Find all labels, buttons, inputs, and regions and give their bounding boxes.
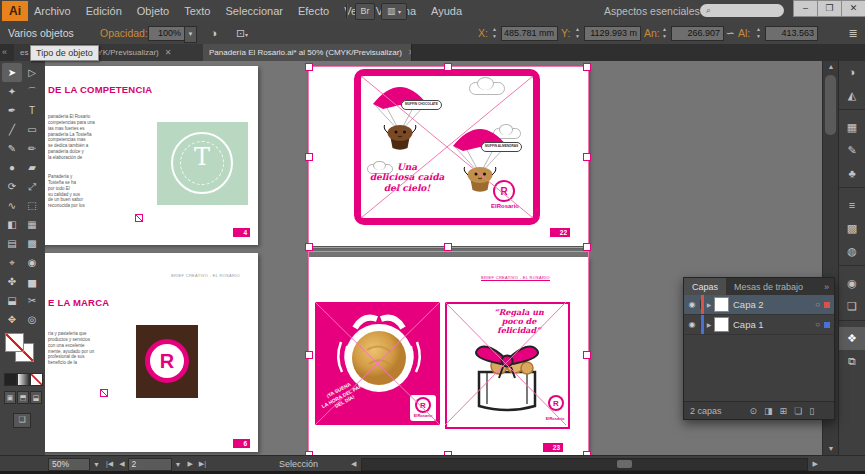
selection-handle[interactable]	[305, 351, 313, 359]
layer-target-icon[interactable]: ○	[815, 300, 820, 309]
tool-width[interactable]: ∿	[2, 196, 22, 215]
visibility-eye-icon[interactable]: ◉	[684, 300, 701, 309]
y-stepper[interactable]: ▲▼	[573, 26, 582, 41]
panel-icon-gradient[interactable]: ▩	[839, 217, 865, 240]
scroll-down-arrow[interactable]: ▼	[823, 443, 839, 455]
tool-eraser[interactable]: ▰	[22, 158, 42, 177]
document-tab-2-active[interactable]: Panadería El Rosario.ai* al 50% (CMYK/Pr…	[203, 44, 412, 61]
tool-rotate[interactable]: ⟳	[2, 177, 22, 196]
selection-handle[interactable]	[583, 243, 591, 251]
layer-target-icon[interactable]: ○	[815, 320, 820, 329]
scroll-right-arrow[interactable]: ▶	[810, 460, 821, 468]
selection-handle[interactable]	[583, 63, 591, 71]
color-mode-button[interactable]	[4, 373, 17, 386]
selection-handle[interactable]	[305, 451, 313, 455]
status-display[interactable]: Selección	[279, 459, 318, 469]
search-input[interactable]: ⌕	[700, 4, 784, 17]
panel-icon-symbols[interactable]: ♣	[839, 162, 865, 185]
new-layer-icon[interactable]: ❏	[794, 406, 802, 416]
x-value-field[interactable]: 485.781 mm	[501, 26, 558, 41]
draw-inside-button[interactable]: ⬓	[30, 391, 42, 404]
menu-objeto[interactable]: Objeto	[137, 5, 169, 17]
menu-edicion[interactable]: Edición	[86, 5, 122, 17]
panel-icon-appearance[interactable]: ◉	[839, 272, 865, 295]
tool-hand[interactable]: ✥	[2, 310, 22, 329]
height-stepper[interactable]: ▲▼	[754, 26, 763, 41]
layer-expand-icon[interactable]: ▶	[704, 321, 714, 328]
tool-perspective-grid[interactable]: ▦	[22, 215, 42, 234]
tab-1-close-icon[interactable]: ✕	[165, 48, 172, 57]
selection-handle[interactable]	[444, 243, 452, 251]
panel-icon-brushes[interactable]: ✎	[839, 139, 865, 162]
scroll-left-arrow[interactable]: ◀	[348, 460, 359, 468]
panel-collapse-icon[interactable]: »	[824, 278, 834, 295]
tool-blend[interactable]: ◉	[22, 253, 42, 272]
panel-menu-icon[interactable]: ≣	[845, 25, 861, 41]
bridge-button[interactable]: Br	[355, 3, 375, 20]
tool-artboard[interactable]: ⬓	[2, 291, 22, 310]
selection-handle[interactable]	[583, 451, 591, 455]
tab-mesas-de-trabajo[interactable]: Mesas de trabajo	[726, 278, 811, 295]
opacity-value-field[interactable]: 100%	[148, 26, 185, 41]
selection-handle[interactable]	[305, 153, 313, 161]
none-mode-button[interactable]	[30, 373, 43, 386]
last-artboard-button[interactable]: ▶|	[196, 460, 209, 468]
artboard-regalo[interactable]: BRIEF CREATIVO - EL ROSARIO ¡YA SUENA LA…	[308, 257, 588, 455]
layer-row-capa-1[interactable]: ◉ ▶ Capa 1 ○	[684, 315, 834, 335]
tab-2-close-icon[interactable]: ✕	[408, 48, 412, 57]
tool-zoom[interactable]: ◎	[22, 310, 42, 329]
width-value-field[interactable]: 266.907 mm	[671, 26, 724, 41]
zoom-dropdown-arrow[interactable]: ▼	[90, 461, 103, 468]
width-stepper[interactable]: ▲▼	[660, 26, 669, 41]
horizontal-scrollbar[interactable]	[361, 458, 807, 471]
tool-line[interactable]: ╱	[2, 120, 22, 139]
tool-rectangle[interactable]: ▭	[22, 120, 42, 139]
panel-icon-artboards[interactable]: ⧉	[839, 350, 865, 373]
tool-free-transform[interactable]: ⬚	[22, 196, 42, 215]
x-stepper[interactable]: ▲▼	[490, 26, 499, 41]
previous-artboard-button[interactable]: ◀	[116, 460, 127, 468]
tool-selection[interactable]: ➤	[2, 63, 22, 82]
delete-layer-icon[interactable]: ▯	[809, 406, 814, 416]
draw-normal-button[interactable]: ▣	[4, 391, 16, 404]
next-artboard-button[interactable]: ▶	[184, 460, 195, 468]
selection-handle[interactable]	[583, 153, 591, 161]
first-artboard-button[interactable]: |◀	[103, 460, 116, 468]
menu-ayuda[interactable]: Ayuda	[431, 5, 462, 17]
opacity-dropdown-arrow[interactable]: ▼	[184, 26, 197, 43]
artboard-cielo[interactable]: MUFFIN CHOCOLATE MUFFIN ALMENDRAS Una de…	[308, 66, 588, 246]
tool-mesh[interactable]: ▤	[2, 234, 22, 253]
panel-icon-color[interactable]: ◑	[839, 61, 865, 84]
opacity-link[interactable]: Opacidad:	[100, 22, 148, 45]
workspace-switcher[interactable]: Aspectos esenciales ▾	[604, 0, 708, 22]
locate-object-icon[interactable]: ⊙	[750, 406, 758, 416]
panel-icon-layers[interactable]: ❖	[839, 327, 865, 350]
tool-symbol-sprayer[interactable]: ✤	[2, 272, 22, 291]
horizontal-scroll-thumb[interactable]	[617, 460, 632, 468]
maximize-button[interactable]: ❐	[817, 0, 842, 17]
height-value-field[interactable]: 413.563 mm	[765, 26, 818, 41]
layer-row-capa-2[interactable]: ◉ ▶ Capa 2 ○	[684, 295, 834, 315]
tool-magic-wand[interactable]: ✦	[2, 82, 22, 101]
y-value-field[interactable]: 1129.993 m	[584, 26, 641, 41]
tool-pencil[interactable]: ✏	[22, 139, 42, 158]
selection-handle[interactable]	[444, 63, 452, 71]
draw-behind-button[interactable]: ⬒	[17, 391, 29, 404]
panel-icon-swatches[interactable]: ▦	[839, 116, 865, 139]
close-button[interactable]: ✕	[841, 0, 865, 17]
screen-mode-button[interactable]: ❏	[13, 413, 31, 428]
tool-slice[interactable]: ✂	[22, 291, 42, 310]
panel-icon-stroke[interactable]: ≡	[839, 194, 865, 217]
selection-handle[interactable]	[444, 451, 452, 455]
tool-scale[interactable]: ⤢	[22, 177, 42, 196]
panel-icon-graphic-styles[interactable]: ❏	[839, 295, 865, 318]
fill-stroke-control[interactable]	[5, 333, 39, 365]
panel-icon-color-guide[interactable]: ◭	[839, 84, 865, 107]
tool-paintbrush[interactable]: ✎	[2, 139, 22, 158]
zoom-level-field[interactable]: 50%	[48, 458, 90, 471]
tool-pen[interactable]: ✒	[2, 101, 22, 120]
tab-overflow-chevrons[interactable]: «	[2, 47, 7, 57]
tool-type[interactable]: T	[22, 101, 42, 120]
tool-gradient[interactable]: ▩	[22, 234, 42, 253]
selection-handle[interactable]	[305, 63, 313, 71]
